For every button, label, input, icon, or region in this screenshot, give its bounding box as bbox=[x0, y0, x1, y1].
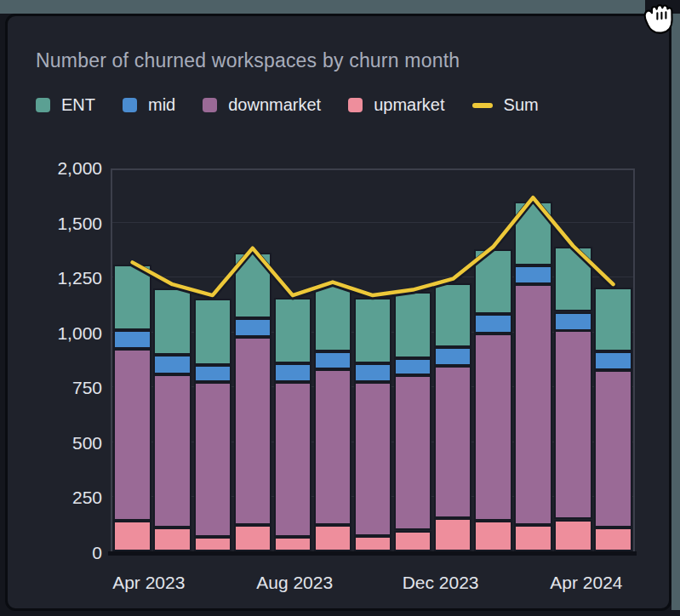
x-tick-label: Apr 2024 bbox=[550, 572, 622, 594]
legend-label: upmarket bbox=[374, 95, 444, 115]
legend-label: Sum bbox=[504, 95, 539, 115]
x-tick-label: Aug 2023 bbox=[256, 572, 333, 594]
legend-label: mid bbox=[148, 95, 175, 115]
plot-area bbox=[111, 168, 635, 553]
legend-item-sum[interactable]: Sum bbox=[472, 95, 539, 115]
legend-item-mid[interactable]: mid bbox=[123, 95, 175, 115]
y-tick-label: 1,000 bbox=[15, 323, 102, 344]
ent-swatch-icon bbox=[36, 98, 50, 112]
legend-item-downmarket[interactable]: downmarket bbox=[203, 95, 321, 115]
legend-item-ent[interactable]: ENT bbox=[36, 95, 95, 115]
page-background-strip-top bbox=[0, 0, 645, 14]
downmarket-swatch-icon bbox=[203, 98, 217, 112]
legend-label: ENT bbox=[61, 95, 95, 115]
y-tick-label: 2,000 bbox=[15, 158, 102, 179]
sum-line bbox=[112, 170, 633, 551]
legend-label: downmarket bbox=[228, 95, 321, 115]
y-tick-label: 0 bbox=[15, 543, 102, 563]
page-background-strip-right bbox=[671, 14, 680, 610]
y-tick-label: 750 bbox=[15, 378, 102, 398]
upmarket-swatch-icon bbox=[348, 98, 363, 112]
grab-hand-cursor-icon bbox=[640, 0, 679, 36]
chart-legend: ENT mid downmarket upmarket Sum bbox=[36, 95, 539, 115]
y-tick-label: 1,500 bbox=[15, 214, 102, 234]
x-axis-line bbox=[108, 551, 637, 556]
sum-line-swatch-icon bbox=[472, 103, 493, 108]
y-tick-label: 1,250 bbox=[15, 268, 102, 288]
dashboard-panel-screenshot: Number of churned workspaces by churn mo… bbox=[0, 0, 680, 616]
y-tick-label: 250 bbox=[15, 488, 102, 508]
x-tick-label: Dec 2023 bbox=[403, 572, 479, 594]
chart-title: Number of churned workspaces by churn mo… bbox=[36, 49, 460, 72]
y-tick-label: 500 bbox=[15, 433, 102, 453]
x-tick-label: Apr 2023 bbox=[112, 572, 185, 594]
legend-item-upmarket[interactable]: upmarket bbox=[348, 95, 444, 115]
mid-swatch-icon bbox=[123, 98, 137, 112]
